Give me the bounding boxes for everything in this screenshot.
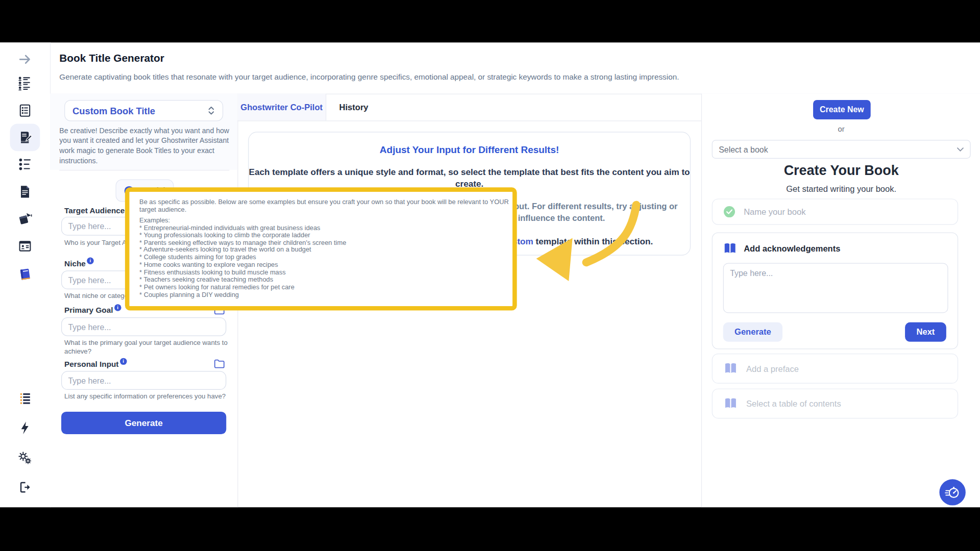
template-select-value: Custom Book Title [72,105,155,116]
acknowledgements-textarea[interactable] [723,263,948,313]
primary-goal-input[interactable] [61,317,226,336]
card-paragraph-1: Each template offers a unique style and … [249,166,690,190]
book-marketing-icon[interactable] [17,211,32,226]
info-icon[interactable]: i [87,257,93,264]
info-icon[interactable]: i [114,304,121,311]
app-window: Book Title Generator Generate captivatin… [0,42,980,507]
personal-input-input[interactable] [61,371,226,390]
niche-label: Niche i [64,259,94,268]
acknowledgements-generate-button[interactable]: Generate [723,322,782,342]
primary-goal-label: Primary Goal i [64,306,121,315]
speed-fab-button[interactable] [939,479,965,505]
panel-divider [59,170,229,170]
tab-ghostwriter-copilot[interactable]: Ghostwriter Co-Pilot [237,94,326,121]
step-toc-label: Select a table of contents [746,399,841,408]
library-icon[interactable] [17,267,32,282]
speedometer-icon [944,485,961,499]
acknowledgements-title: Add acknowledgements [744,244,840,253]
documents-icon[interactable] [17,184,32,199]
acknowledgements-header: Add acknowledgements [723,243,841,254]
target-audience-label: Target Audience i [64,206,133,215]
personal-input-helper: List any specific information or prefere… [64,392,228,400]
personal-input-label: Personal Input i [64,360,127,368]
chevron-down-icon [957,147,964,152]
examples-label: Examples: [139,217,502,224]
screen: Book Title Generator Generate captivatin… [0,0,980,551]
quick-actions-icon[interactable] [17,420,32,435]
expand-sidebar-icon[interactable] [17,52,32,67]
folder-icon[interactable] [213,358,226,369]
or-label: or [702,125,980,134]
create-book-panel: Create New or Select a book Create Your … [701,94,980,508]
target-audience-tooltip: Be as specific as possible. Below are so… [125,187,517,310]
template-description: Be creative! Describe exactly what you w… [59,126,231,166]
page-subtitle: Generate captivating book titles that re… [59,72,679,81]
page-title: Book Title Generator [59,53,164,65]
create-your-book-subheading: Get started writing your book. [702,184,980,193]
steps-icon[interactable] [17,157,32,171]
open-book-icon [724,363,738,374]
check-icon [724,206,735,217]
acknowledgements-card: Add acknowledgements Generate Next [712,233,958,349]
primary-goal-helper: What is the primary goal your target aud… [64,338,228,355]
sidebar [0,42,51,507]
profile-icon[interactable] [17,239,32,254]
templates-icon[interactable] [17,103,32,118]
step-name-your-book[interactable]: Name your book [712,198,958,224]
select-updown-icon [208,106,215,116]
open-book-icon [724,398,738,409]
acknowledgements-next-button[interactable]: Next [905,322,946,342]
affiliates-icon[interactable] [17,76,32,90]
create-new-button[interactable]: Create New [813,100,871,119]
settings-icon[interactable] [17,450,32,465]
book-title-generator-icon[interactable] [17,130,32,145]
tab-history[interactable]: History [326,94,382,121]
info-icon[interactable]: i [120,358,127,365]
step-preface-label: Add a preface [746,364,799,373]
tab-divider [237,120,701,121]
card-title: Adjust Your Input for Different Results! [249,144,690,156]
create-your-book-heading: Create Your Book [702,162,980,179]
select-book-dropdown[interactable]: Select a book [712,140,971,159]
template-select[interactable]: Custom Book Title [64,100,223,121]
logout-icon[interactable] [17,480,32,494]
step-select-toc[interactable]: Select a table of contents [712,389,958,419]
step-name-label: Name your book [744,207,805,216]
open-book-icon [723,243,737,254]
lists-icon[interactable] [17,390,32,405]
generate-button[interactable]: Generate [61,412,226,434]
step-add-preface[interactable]: Add a preface [712,354,958,384]
